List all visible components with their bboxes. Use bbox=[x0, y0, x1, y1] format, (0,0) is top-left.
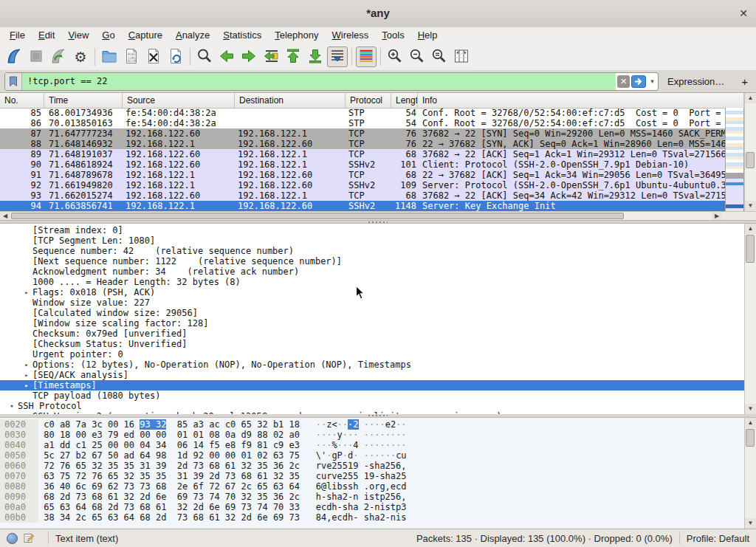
scroll-left-icon[interactable]: ◀ bbox=[0, 212, 10, 220]
detail-line[interactable]: ▾SSH Protocol bbox=[0, 401, 744, 411]
go-last-button[interactable] bbox=[305, 47, 326, 67]
expression-button[interactable]: Expression… bbox=[667, 76, 724, 87]
detail-line[interactable]: [Stream index: 0] bbox=[0, 225, 744, 235]
packet-row-85[interactable]: 8568.001734936fe:54:00:d4:38:2aSTP54Conf… bbox=[0, 108, 725, 118]
column-header-info[interactable]: Info bbox=[418, 93, 744, 108]
detail-line[interactable]: ▸Options: (12 bytes), No-Operation (NOP)… bbox=[0, 359, 744, 370]
colorize-button[interactable] bbox=[356, 47, 377, 67]
profile-button[interactable]: Profile: Default bbox=[687, 533, 749, 544]
go-to-packet-button[interactable] bbox=[261, 47, 281, 67]
packet-list-scrollbar[interactable]: ▲ ▼ bbox=[744, 93, 756, 211]
zoom-reset-button[interactable] bbox=[429, 47, 450, 67]
packet-row-86[interactable]: 8670.013850163fe:54:00:d4:38:2aSTP54Conf… bbox=[0, 118, 725, 128]
scrollbar-thumb[interactable] bbox=[746, 429, 755, 447]
filter-text[interactable]: !tcp.port == 22 bbox=[22, 73, 616, 90]
packet-row-89[interactable]: 8971.648191037192.168.122.60192.168.122.… bbox=[0, 149, 725, 159]
collapse-icon[interactable]: ▾ bbox=[6, 401, 18, 411]
packet-minimap[interactable] bbox=[725, 108, 744, 211]
scroll-down-icon[interactable]: ▼ bbox=[745, 404, 756, 414]
scroll-down-icon[interactable]: ▼ bbox=[745, 201, 756, 211]
apply-filter-button[interactable] bbox=[631, 75, 646, 88]
detail-line[interactable]: Urgent pointer: 0 bbox=[0, 349, 744, 359]
packet-row-94[interactable]: 9471.663856741192.168.122.1192.168.122.6… bbox=[0, 201, 725, 211]
scroll-up-icon[interactable]: ▲ bbox=[745, 224, 756, 234]
column-header-protocol[interactable]: Protocol bbox=[346, 93, 391, 108]
detail-line[interactable]: [TCP Segment Len: 1080] bbox=[0, 235, 744, 246]
menu-file[interactable]: File bbox=[3, 27, 32, 44]
find-packet-button[interactable] bbox=[194, 47, 215, 67]
column-header-time[interactable]: Time bbox=[44, 93, 123, 108]
reload-capture-button[interactable] bbox=[165, 47, 186, 67]
hex-row[interactable]: 00a0 65 63 64 68 2d 73 68 61 32 2d 6e 69… bbox=[0, 502, 744, 512]
capture-options-button[interactable]: ⚙ bbox=[70, 47, 91, 67]
scroll-right-icon[interactable]: ▶ bbox=[712, 212, 722, 220]
hex-row[interactable]: 0060 72 76 65 32 35 35 31 39 2d 73 68 61… bbox=[0, 461, 744, 471]
bookmark-icon[interactable] bbox=[5, 73, 22, 90]
packet-row-91[interactable]: 9171.648789678192.168.122.1192.168.122.6… bbox=[0, 170, 725, 180]
menu-edit[interactable]: Edit bbox=[32, 27, 61, 44]
expand-icon[interactable]: ▸ bbox=[21, 380, 32, 391]
packet-row-93[interactable]: 9371.662015274192.168.122.60192.168.122.… bbox=[0, 190, 725, 201]
expand-icon[interactable]: ▸ bbox=[21, 287, 32, 297]
packet-row-90[interactable]: 9071.648618924192.168.122.60192.168.122.… bbox=[0, 159, 725, 170]
pane-splitter-2[interactable] bbox=[0, 414, 756, 418]
start-capture-button[interactable] bbox=[4, 47, 24, 67]
scrollbar-thumb[interactable] bbox=[746, 152, 755, 168]
column-header-no[interactable]: No. bbox=[0, 93, 44, 108]
capture-comment-icon[interactable] bbox=[24, 533, 34, 543]
expand-icon[interactable]: ▸ bbox=[21, 359, 32, 370]
menu-statistics[interactable]: Statistics bbox=[216, 27, 268, 44]
scroll-down-icon[interactable]: ▼ bbox=[745, 518, 756, 529]
menu-telephony[interactable]: Telephony bbox=[268, 27, 325, 44]
zoom-out-button[interactable] bbox=[407, 47, 427, 67]
detail-line[interactable]: 1000 .... = Header Length: 32 bytes (8) bbox=[0, 277, 744, 287]
detail-line[interactable]: [Calculated window size: 29056] bbox=[0, 308, 744, 318]
filter-history-caret[interactable]: ▾ bbox=[647, 78, 658, 85]
detail-scrollbar[interactable]: ▲ ▼ bbox=[744, 224, 756, 414]
hex-row[interactable]: 0030 80 18 00 e3 79 ed 00 00 01 01 08 0a… bbox=[0, 430, 744, 440]
menu-wireless[interactable]: Wireless bbox=[326, 27, 376, 44]
hex-row[interactable]: 0080 36 40 6c 69 62 73 73 68 2e 6f 72 67… bbox=[0, 481, 744, 492]
display-filter-input[interactable]: !tcp.port == 22 ✕ ▾ bbox=[4, 72, 659, 91]
resize-columns-button[interactable] bbox=[451, 47, 472, 67]
detail-line[interactable]: [Checksum Status: Unverified] bbox=[0, 339, 744, 349]
column-header-destination[interactable]: Destination bbox=[235, 93, 346, 108]
detail-line[interactable]: Window size value: 227 bbox=[0, 297, 744, 308]
stop-capture-button[interactable] bbox=[26, 47, 47, 67]
zoom-in-button[interactable] bbox=[385, 47, 405, 67]
packet-list-hscrollbar[interactable]: ◀ ▶ bbox=[0, 211, 722, 220]
scroll-up-icon[interactable]: ▲ bbox=[745, 418, 756, 428]
auto-scroll-button[interactable] bbox=[327, 47, 348, 67]
hscrollbar-thumb[interactable] bbox=[11, 213, 624, 219]
hex-row[interactable]: 0070 63 75 72 76 65 32 35 35 31 39 2d 73… bbox=[0, 471, 744, 481]
detail-line[interactable]: Checksum: 0x79ed [unverified] bbox=[0, 328, 744, 339]
packet-row-88[interactable]: 8871.648146932192.168.122.1192.168.122.6… bbox=[0, 139, 725, 149]
add-filter-button[interactable]: + bbox=[738, 75, 752, 88]
scrollbar-thumb[interactable] bbox=[746, 235, 755, 263]
packet-row-87[interactable]: 8771.647777234192.168.122.60192.168.122.… bbox=[0, 128, 725, 139]
open-capture-button[interactable] bbox=[99, 47, 120, 67]
hex-row[interactable]: 0090 68 2d 73 68 61 32 2d 6e 69 73 74 70… bbox=[0, 492, 744, 502]
expert-info-icon[interactable] bbox=[7, 533, 18, 544]
menu-tools[interactable]: Tools bbox=[375, 27, 410, 44]
hex-row[interactable]: 00b0 38 34 2c 65 63 64 68 2d 73 68 61 32… bbox=[0, 512, 744, 523]
hex-row[interactable]: 0050 5c 27 b2 67 50 ad 64 98 1d 92 00 00… bbox=[0, 450, 744, 461]
packet-row-92[interactable]: 9271.661949820192.168.122.1192.168.122.6… bbox=[0, 180, 725, 190]
detail-line[interactable]: ▸Flags: 0x018 (PSH, ACK) bbox=[0, 287, 744, 297]
hex-scrollbar[interactable]: ▲ ▼ bbox=[744, 418, 756, 529]
detail-line[interactable]: ▸[Timestamps] bbox=[0, 380, 744, 391]
detail-line[interactable]: ▸[SEQ/ACK analysis] bbox=[0, 370, 744, 380]
menu-help[interactable]: Help bbox=[411, 27, 444, 44]
menu-capture[interactable]: Capture bbox=[122, 27, 169, 44]
restart-capture-button[interactable] bbox=[48, 47, 69, 67]
go-back-button[interactable] bbox=[216, 47, 237, 67]
go-first-button[interactable] bbox=[283, 47, 303, 67]
expand-icon[interactable]: ▸ bbox=[21, 370, 32, 380]
detail-line[interactable]: [Window size scaling factor: 128] bbox=[0, 318, 744, 328]
clear-filter-button[interactable]: ✕ bbox=[617, 75, 630, 88]
close-button[interactable]: ✕ bbox=[739, 0, 748, 27]
go-forward-button[interactable] bbox=[238, 47, 259, 67]
scroll-up-icon[interactable]: ▲ bbox=[745, 93, 756, 103]
detail-line[interactable]: Sequence number: 42 (relative sequence n… bbox=[0, 246, 744, 256]
column-header-length[interactable]: Length bbox=[391, 93, 418, 108]
